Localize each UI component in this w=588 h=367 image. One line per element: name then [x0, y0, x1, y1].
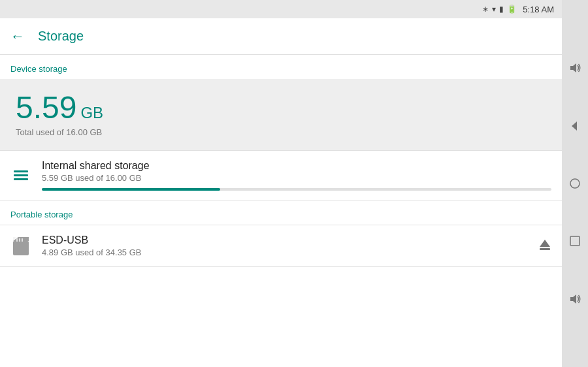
svg-rect-3	[16, 238, 18, 242]
bluetooth-icon: ∗	[482, 5, 489, 14]
list-icon	[14, 170, 28, 180]
internal-storage-item[interactable]: Internal shared storage 5.59 GB used of …	[0, 151, 562, 200]
internal-storage-name: Internal shared storage	[42, 160, 551, 172]
status-time: 5:18 AM	[523, 5, 554, 14]
back-nav-icon	[569, 120, 581, 132]
internal-storage-info: Internal shared storage 5.59 GB used of …	[42, 160, 551, 191]
device-storage-header: Device storage	[0, 55, 562, 79]
divider-4	[0, 266, 562, 267]
svg-marker-12	[570, 295, 576, 304]
volume-up-icon	[568, 61, 581, 74]
storage-total-text: Total used of 16.00 GB	[16, 127, 546, 137]
recents-button[interactable]	[563, 229, 587, 253]
volume-up-button[interactable]	[563, 56, 587, 80]
recents-icon	[569, 235, 581, 247]
internal-storage-detail: 5.59 GB used of 16.00 GB	[42, 173, 551, 183]
esd-usb-info: ESD-USB 4.89 GB used of 34.35 GB	[42, 234, 528, 257]
eject-icon-svg	[538, 238, 551, 251]
page-title: Storage	[38, 29, 84, 44]
esd-usb-item[interactable]: ESD-USB 4.89 GB used of 34.35 GB	[0, 225, 562, 266]
volume-down-icon	[568, 293, 581, 306]
svg-marker-6	[540, 240, 550, 247]
home-button[interactable]	[563, 172, 587, 195]
storage-used-amount: 5.59	[16, 92, 76, 123]
right-side-nav	[562, 0, 588, 367]
storage-used-unit: GB	[80, 105, 103, 121]
list-line-3	[14, 178, 28, 180]
svg-rect-7	[540, 248, 550, 250]
svg-rect-11	[570, 236, 580, 246]
storage-card: 5.59 GB Total used of 16.00 GB	[0, 79, 562, 150]
sd-card-icon	[10, 236, 31, 257]
svg-rect-0	[13, 241, 29, 255]
home-icon	[569, 178, 581, 189]
back-nav-button[interactable]	[563, 114, 587, 138]
svg-marker-9	[572, 121, 577, 131]
svg-rect-5	[22, 238, 23, 242]
eject-button[interactable]	[538, 238, 551, 254]
storage-used-display: 5.59 GB	[16, 92, 546, 123]
portable-storage-header: Portable storage	[0, 200, 562, 225]
volume-down-button[interactable]	[563, 287, 587, 311]
status-icons: ∗ ▾ ▮ 🔋 5:18 AM	[482, 5, 554, 14]
top-bar: ← Storage	[0, 18, 562, 55]
internal-storage-progress-fill	[42, 188, 220, 191]
list-line-2	[14, 174, 28, 176]
back-button[interactable]: ←	[10, 29, 25, 44]
svg-point-10	[570, 179, 580, 188]
main-content: ← Storage Device storage 5.59 GB Total u…	[0, 18, 562, 367]
status-bar: ∗ ▾ ▮ 🔋 5:18 AM	[0, 0, 562, 18]
internal-storage-progress-container	[42, 188, 551, 191]
signal-icon: ▮	[499, 5, 504, 14]
wifi-icon: ▾	[492, 5, 496, 14]
internal-storage-icon	[10, 165, 31, 186]
svg-rect-4	[19, 238, 20, 242]
esd-usb-detail: 4.89 GB used of 34.35 GB	[42, 247, 528, 257]
esd-usb-name: ESD-USB	[42, 234, 528, 246]
battery-icon: 🔋	[507, 5, 517, 14]
svg-marker-8	[570, 63, 576, 72]
sd-icon-svg	[13, 237, 29, 255]
list-line-1	[14, 170, 28, 172]
